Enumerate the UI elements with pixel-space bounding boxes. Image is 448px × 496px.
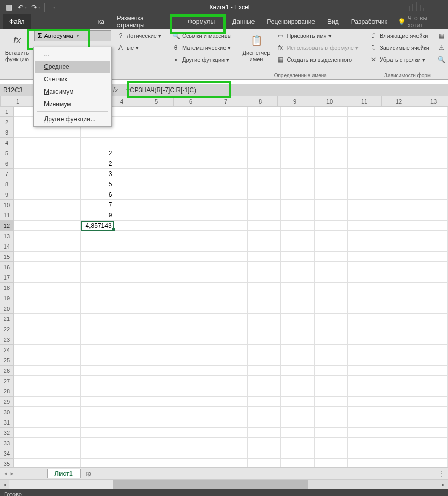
cell[interactable] — [315, 438, 348, 448]
cell[interactable] — [381, 283, 415, 293]
cell[interactable] — [248, 417, 281, 428]
cell[interactable] — [47, 428, 81, 438]
cell[interactable] — [14, 138, 48, 148]
scroll-right-button[interactable]: ► — [439, 480, 448, 489]
cell[interactable] — [248, 179, 281, 189]
cell[interactable] — [147, 366, 181, 376]
cell[interactable] — [14, 355, 48, 366]
cell[interactable] — [181, 231, 215, 241]
cell[interactable] — [147, 283, 181, 293]
cell[interactable] — [248, 407, 281, 417]
logical-button[interactable]: ?Логические ▾ — [114, 30, 163, 41]
cell[interactable] — [81, 252, 114, 262]
cell[interactable] — [348, 314, 381, 324]
cell[interactable] — [47, 231, 81, 241]
cell[interactable] — [315, 386, 348, 397]
cell[interactable] — [381, 345, 415, 355]
cell[interactable] — [214, 283, 248, 293]
cell[interactable] — [381, 324, 415, 334]
cell[interactable] — [81, 407, 114, 417]
cell[interactable] — [248, 158, 281, 169]
cell[interactable] — [114, 438, 148, 448]
row-header[interactable]: 8 — [0, 179, 14, 189]
cell[interactable] — [181, 448, 215, 459]
cell[interactable]: 2 — [81, 158, 114, 169]
cell[interactable] — [381, 189, 415, 200]
cell[interactable] — [414, 428, 448, 438]
cell[interactable] — [281, 345, 315, 355]
cell[interactable] — [81, 127, 114, 138]
redo-button[interactable]: ↷▾ — [30, 2, 41, 13]
cell[interactable] — [181, 397, 215, 407]
row-header[interactable]: 24 — [0, 345, 14, 355]
row-header[interactable]: 18 — [0, 283, 14, 293]
cell[interactable] — [414, 324, 448, 334]
cell[interactable] — [47, 179, 81, 189]
cell[interactable] — [381, 158, 415, 169]
cell[interactable] — [348, 324, 381, 334]
cell[interactable] — [14, 189, 48, 200]
cell[interactable] — [248, 448, 281, 459]
cell[interactable] — [14, 210, 48, 221]
cell[interactable]: 4,857143 — [81, 221, 114, 231]
cell[interactable] — [181, 107, 215, 117]
cell[interactable] — [281, 158, 315, 169]
cell[interactable] — [281, 397, 315, 407]
cell[interactable] — [214, 355, 248, 366]
cell[interactable] — [114, 448, 148, 459]
cell[interactable] — [281, 210, 315, 221]
cell[interactable] — [81, 376, 114, 386]
cell[interactable] — [181, 169, 215, 179]
cell[interactable] — [248, 324, 281, 334]
row-header[interactable]: 12 — [0, 221, 14, 231]
cell[interactable] — [181, 366, 215, 376]
cell[interactable] — [315, 272, 348, 283]
cell[interactable] — [181, 324, 215, 334]
cell[interactable] — [214, 386, 248, 397]
cell[interactable] — [147, 376, 181, 386]
cell[interactable] — [214, 345, 248, 355]
cell[interactable] — [248, 376, 281, 386]
row-header[interactable]: 16 — [0, 262, 14, 272]
cell[interactable] — [348, 345, 381, 355]
cell[interactable] — [114, 355, 148, 366]
cell[interactable] — [248, 438, 281, 448]
more-functions-button[interactable]: ▪Другие функции ▾ — [170, 54, 234, 65]
cell[interactable] — [348, 293, 381, 303]
cell[interactable] — [14, 324, 48, 334]
cell[interactable] — [381, 448, 415, 459]
cell[interactable] — [281, 252, 315, 262]
cell[interactable] — [348, 138, 381, 148]
cell[interactable] — [348, 417, 381, 428]
cell[interactable] — [281, 459, 315, 467]
cell[interactable] — [214, 138, 248, 148]
cell[interactable] — [281, 221, 315, 231]
cell[interactable] — [81, 459, 114, 467]
cell[interactable] — [47, 314, 81, 324]
cell[interactable] — [147, 107, 181, 117]
cell[interactable] — [47, 324, 81, 334]
hscroll-track[interactable] — [113, 480, 439, 489]
cell[interactable] — [248, 169, 281, 179]
cell[interactable] — [147, 334, 181, 345]
cell[interactable] — [14, 334, 48, 345]
cell[interactable]: 5 — [81, 179, 114, 189]
row-header[interactable]: 25 — [0, 355, 14, 366]
cell[interactable] — [315, 303, 348, 314]
column-header[interactable]: 11 — [347, 96, 382, 106]
cell[interactable] — [248, 314, 281, 324]
tab-view[interactable]: Вид — [321, 14, 345, 29]
cell[interactable] — [181, 252, 215, 262]
cell[interactable] — [281, 355, 315, 366]
insert-function-button[interactable]: fx Вставитьфункцию — [3, 30, 31, 62]
cell[interactable] — [414, 283, 448, 293]
cell[interactable] — [315, 231, 348, 241]
cell[interactable] — [214, 107, 248, 117]
cell[interactable] — [381, 334, 415, 345]
cell[interactable] — [114, 386, 148, 397]
cell[interactable] — [414, 148, 448, 158]
cell[interactable] — [81, 345, 114, 355]
cell[interactable] — [147, 438, 181, 448]
cell[interactable]: 3 — [81, 169, 114, 179]
cell[interactable] — [14, 221, 48, 231]
